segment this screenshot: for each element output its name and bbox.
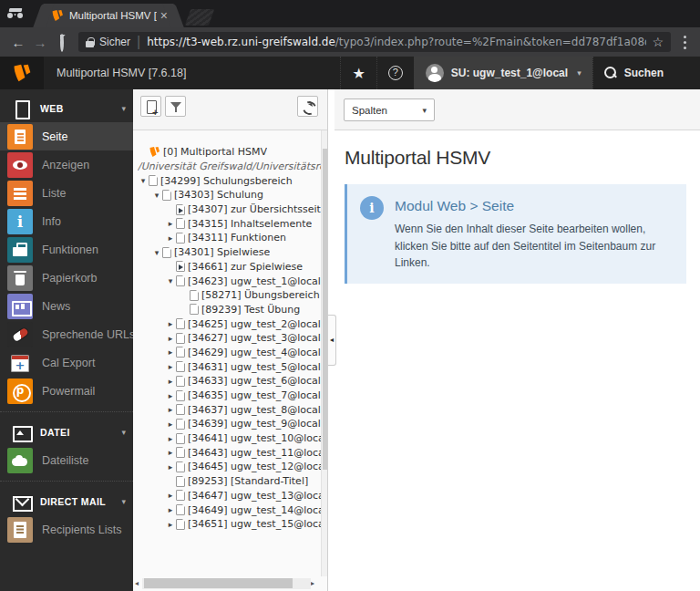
tree-item-label[interactable]: [89239] Test Übung xyxy=(201,304,300,316)
sidebar-item-info[interactable]: Info xyxy=(0,207,133,235)
sidebar-section-header[interactable]: WEB▾ xyxy=(0,95,133,122)
back-icon[interactable]: ← xyxy=(7,35,29,50)
new-page-button[interactable] xyxy=(140,96,161,117)
expand-icon[interactable]: ▸ xyxy=(165,391,176,400)
expand-icon[interactable]: ▸ xyxy=(165,434,176,443)
sidebar-item-seite[interactable]: Seite xyxy=(0,122,133,150)
expand-icon[interactable]: ▸ xyxy=(165,347,176,357)
sidebar-item-liste[interactable]: Liste xyxy=(0,179,133,207)
tree-item-label[interactable]: [34643] ugw_test_11@local xyxy=(188,447,327,459)
tree-item[interactable]: ▾[34303] Schulung xyxy=(133,188,327,202)
expand-icon[interactable]: ▸ xyxy=(165,334,176,343)
refresh-button[interactable] xyxy=(297,96,318,117)
tree-item-label[interactable]: [34307] zur Übersichtsseite Schulung xyxy=(188,203,327,215)
expand-icon[interactable]: ▸ xyxy=(165,448,176,457)
collapse-icon[interactable]: ▾ xyxy=(151,191,162,200)
scrollbar-thumb[interactable] xyxy=(323,149,327,470)
tree-item-label[interactable]: [0] Multiportal HSMV xyxy=(163,146,267,158)
tree-item[interactable]: ▸[34649] ugw_test_14@local xyxy=(133,503,327,517)
tree-item-label[interactable]: [34303] Schulung xyxy=(174,189,263,201)
collapse-icon[interactable]: ▾ xyxy=(165,276,176,285)
tree-item[interactable]: ▸[34311] Funktionen xyxy=(133,231,327,245)
tree-item[interactable]: [34661] zur Spielwiese xyxy=(133,260,327,275)
expand-icon[interactable]: ▸ xyxy=(165,420,176,429)
sidebar-item-cal-export[interactable]: Cal Export xyxy=(0,348,133,377)
browser-tab[interactable]: Multiportal HSMV [TYPO × xyxy=(44,4,173,27)
tree-item[interactable]: ▸[34647] ugw_test_13@local xyxy=(133,489,327,503)
expand-icon[interactable]: ▸ xyxy=(165,219,176,228)
expand-icon[interactable]: ▸ xyxy=(165,505,176,514)
tree-item[interactable]: ▸[34641] ugw_test_10@local xyxy=(133,431,327,446)
sidebar-section-header[interactable]: DIRECT MAIL▾ xyxy=(0,488,133,515)
help-button[interactable]: ? xyxy=(376,57,414,89)
tree-item-label[interactable]: [34649] ugw_test_14@local xyxy=(188,504,327,516)
tree-item[interactable]: ▸[34629] ugw_test_4@local xyxy=(133,346,327,360)
tree-item-label[interactable]: [34639] ugw_test_9@local xyxy=(188,418,321,430)
expand-icon[interactable]: ▸ xyxy=(165,405,176,414)
collapse-icon[interactable]: ▾ xyxy=(138,176,149,185)
tree-item[interactable]: [34307] zur Übersichtsseite Schulung xyxy=(133,202,327,217)
tab-close-icon[interactable]: × xyxy=(160,9,168,22)
expand-icon[interactable]: ▸ xyxy=(165,377,176,386)
tree-item[interactable]: ▾[34301] Spielwiese xyxy=(133,245,327,260)
tree-item[interactable]: ▸[34643] ugw_test_11@local xyxy=(133,445,327,460)
tree-item-label[interactable]: [34315] Inhaltselemente xyxy=(188,218,312,230)
bookmark-button[interactable]: ★ xyxy=(340,57,376,89)
tree-item[interactable]: ▸[34637] ugw_test_8@local xyxy=(133,402,327,417)
tree-item-label[interactable]: [34641] ugw_test_10@local xyxy=(188,432,327,444)
tree-item-label[interactable]: [58271] Übungsbereich xyxy=(201,289,320,301)
tree-item[interactable]: ▸[34315] Inhaltselemente xyxy=(133,216,327,231)
expand-icon[interactable]: ▸ xyxy=(165,319,176,328)
tree-item[interactable]: ▾[34299] Schulungsbereich xyxy=(133,173,327,188)
tree-collapse-handle[interactable]: ◂ xyxy=(328,315,336,366)
tree-item-label[interactable]: [34633] ugw_test_6@local xyxy=(188,375,321,387)
new-tab-button[interactable] xyxy=(185,9,215,26)
columns-select[interactable]: Spalten ▾ xyxy=(344,98,435,121)
url-field[interactable]: Sicher | https://t3-web.rz.uni-greifswal… xyxy=(78,32,671,52)
sidebar-item-papierkorb[interactable]: Papierkorb xyxy=(0,264,133,292)
tree-item-label[interactable]: [34311] Funktionen xyxy=(188,232,286,244)
tree-item-label[interactable]: [34661] zur Spielwiese xyxy=(188,261,303,273)
reload-icon[interactable] xyxy=(51,35,73,50)
sidebar-item-sprechende-urls[interactable]: Sprechende URLs xyxy=(0,320,133,348)
tree-vertical-scrollbar[interactable] xyxy=(321,130,327,576)
scrollbar-track[interactable] xyxy=(142,578,311,589)
bookmark-star-icon[interactable]: ☆ xyxy=(652,35,664,49)
filter-button[interactable] xyxy=(165,96,186,117)
splitter[interactable]: ◂ xyxy=(328,89,335,591)
tree-item[interactable]: ▸[34633] ugw_test_6@local xyxy=(133,374,327,389)
tree-item[interactable]: [0] Multiportal HSMV xyxy=(133,145,327,160)
tree-item[interactable]: ▸[34639] ugw_test_9@local xyxy=(133,417,327,431)
tree-item-label[interactable]: [34623] ugw_test_1@local xyxy=(188,275,321,287)
tree-item[interactable]: [89239] Test Übung xyxy=(133,303,327,317)
tree-item[interactable]: ▸[34625] ugw_test_2@local xyxy=(133,316,327,331)
tree-item-label[interactable]: [34629] ugw_test_4@local xyxy=(188,347,321,358)
tree-item-label[interactable]: [89253] [Standard-Titel] xyxy=(188,475,308,487)
tree-item-label[interactable]: [34645] ugw_test_12@local xyxy=(188,461,327,472)
sidebar-item-dateiliste[interactable]: Dateiliste xyxy=(0,446,133,474)
tree-item[interactable]: ▸[34631] ugw_test_5@local xyxy=(133,359,327,374)
tree-item[interactable]: ▸[34645] ugw_test_12@local xyxy=(133,460,327,474)
sidebar-item-anzeigen[interactable]: Anzeigen xyxy=(0,150,133,179)
expand-icon[interactable]: ▸ xyxy=(165,362,176,371)
tree-item-label[interactable]: [34627] ugw_test_3@local xyxy=(188,332,321,344)
user-menu[interactable]: SU: ugw_test_1@local ▾ xyxy=(414,57,592,89)
tree-item-label[interactable]: [34651] ugw_test_15@local xyxy=(188,518,327,530)
tree-item[interactable]: ▸[34627] ugw_test_3@local xyxy=(133,331,327,346)
tree-item-label[interactable]: [34631] ugw_test_5@local xyxy=(188,361,321,373)
tree-item-label[interactable]: [34637] ugw_test_8@local xyxy=(188,404,321,416)
sidebar-item-powermail[interactable]: Powermail xyxy=(0,377,133,405)
tree-item-label[interactable]: [34301] Spielwiese xyxy=(174,246,270,258)
scroll-right-icon[interactable]: ▸ xyxy=(311,577,318,589)
tree-item-label[interactable]: [34635] ugw_test_7@local xyxy=(188,389,321,401)
sidebar-item-news[interactable]: News xyxy=(0,292,133,320)
tree-horizontal-scrollbar[interactable]: ◂ ▸ xyxy=(135,577,318,589)
tree-item[interactable]: ▾[34623] ugw_test_1@local xyxy=(133,274,327,288)
tree-item-label[interactable]: [34647] ugw_test_13@local xyxy=(188,490,327,502)
sidebar-item-funktionen[interactable]: Funktionen xyxy=(0,235,133,264)
search-button[interactable]: Suchen xyxy=(592,57,700,89)
tree-item[interactable]: ▸[34651] ugw_test_15@local xyxy=(133,517,327,532)
sidebar-section-header[interactable]: DATEI▾ xyxy=(0,419,133,446)
expand-icon[interactable]: ▸ xyxy=(165,462,176,472)
tree-item-label[interactable]: [34625] ugw_test_2@local xyxy=(188,318,321,330)
